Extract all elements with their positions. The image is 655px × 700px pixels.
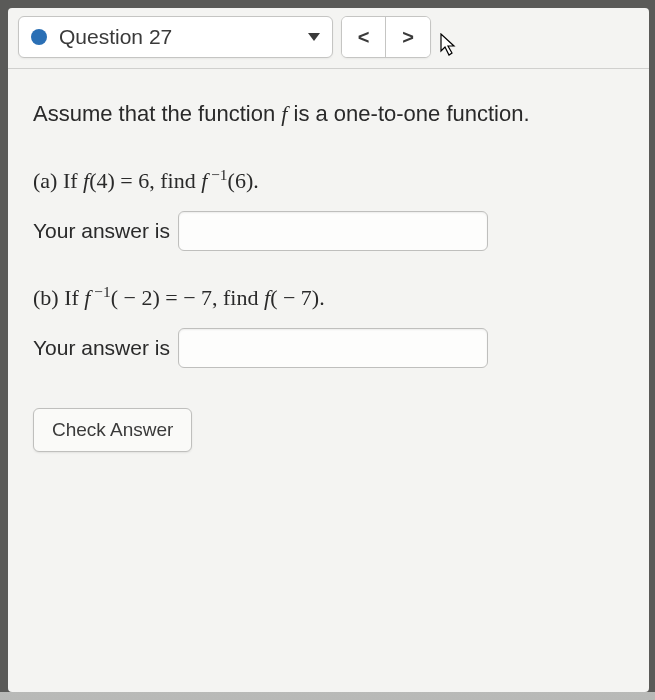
chevron-down-icon <box>308 33 320 41</box>
part-a-arg2: (6). <box>228 168 259 193</box>
next-question-button[interactable]: > <box>386 17 430 57</box>
part-a-prompt: (a) If f(4) = 6, find f −1(6). <box>33 164 624 197</box>
part-a: (a) If f(4) = 6, find f −1(6). Your answ… <box>33 164 624 251</box>
intro-text: Assume that the function <box>33 101 281 126</box>
prev-question-button[interactable]: < <box>342 17 386 57</box>
question-body: Assume that the function f is a one-to-o… <box>8 69 649 472</box>
part-b-arg2: ( − 7). <box>270 285 325 310</box>
part-a-answer-input[interactable] <box>178 211 488 251</box>
toolbar: Question 27 < > <box>8 8 649 69</box>
part-a-answer-label: Your answer is <box>33 219 170 243</box>
part-a-label: (a) If <box>33 168 83 193</box>
question-intro: Assume that the function f is a one-to-o… <box>33 99 624 130</box>
status-dot-icon <box>31 29 47 45</box>
part-b-label: (b) If <box>33 285 84 310</box>
part-b-answer-input[interactable] <box>178 328 488 368</box>
part-a-answer-row: Your answer is <box>33 211 624 251</box>
part-b-mid: , find <box>212 285 264 310</box>
part-b-answer-row: Your answer is <box>33 328 624 368</box>
part-a-arg1: (4) = 6 <box>89 168 149 193</box>
part-b-answer-label: Your answer is <box>33 336 170 360</box>
check-answer-button[interactable]: Check Answer <box>33 408 192 452</box>
part-b-exp1: −1 <box>90 283 110 300</box>
question-selector-dropdown[interactable]: Question 27 <box>18 16 333 58</box>
part-a-exp: −1 <box>207 166 227 183</box>
nav-group: < > <box>341 16 431 58</box>
part-b-arg1: ( − 2) = − 7 <box>111 285 212 310</box>
intro-text-post: is a one-to-one function. <box>287 101 529 126</box>
part-a-mid: , find <box>149 168 201 193</box>
part-b: (b) If f −1( − 2) = − 7, find f( − 7). Y… <box>33 281 624 368</box>
question-label: Question 27 <box>59 25 308 49</box>
part-b-prompt: (b) If f −1( − 2) = − 7, find f( − 7). <box>33 281 624 314</box>
